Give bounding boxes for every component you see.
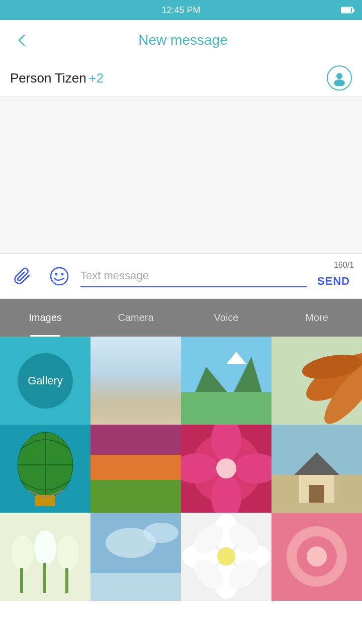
image-sunset[interactable] — [90, 425, 181, 513]
text-input-wrap — [80, 265, 307, 287]
svg-point-2 — [51, 268, 68, 285]
gallery-label: Gallery — [18, 353, 73, 409]
image-pink-flower[interactable] — [181, 425, 272, 513]
recipient-count: +2 — [88, 70, 104, 86]
svg-rect-43 — [20, 568, 23, 593]
gallery-button[interactable]: Gallery — [0, 337, 90, 425]
compose-area[interactable] — [0, 97, 362, 253]
svg-point-0 — [336, 73, 342, 79]
tab-voice[interactable]: Voice — [181, 299, 272, 337]
image-mountain[interactable] — [181, 337, 272, 425]
tab-bar: Images Camera Voice More — [0, 299, 362, 337]
emoji-button[interactable] — [44, 261, 74, 291]
image-balloon[interactable] — [0, 425, 90, 513]
image-blue-sky[interactable] — [90, 513, 181, 601]
svg-rect-44 — [43, 563, 46, 593]
to-section: Person Tizen +2 — [0, 60, 362, 97]
tab-images[interactable]: Images — [0, 299, 90, 337]
image-flower-orange[interactable] — [272, 337, 362, 425]
page-title: New message — [34, 32, 332, 48]
char-count: 160/1 — [334, 261, 354, 270]
svg-point-42 — [57, 535, 79, 571]
send-button[interactable]: SEND — [313, 271, 354, 292]
message-input[interactable] — [80, 265, 307, 287]
svg-rect-18 — [35, 495, 55, 506]
svg-rect-38 — [309, 485, 324, 503]
battery-icon — [341, 7, 353, 14]
image-tulips[interactable] — [0, 513, 90, 601]
svg-rect-26 — [90, 480, 181, 513]
svg-point-41 — [34, 530, 56, 566]
image-white-flower[interactable] — [181, 513, 272, 601]
tab-images-label: Images — [29, 312, 62, 324]
to-field: Person Tizen +2 — [10, 70, 327, 86]
image-beach[interactable] — [90, 337, 181, 425]
svg-point-33 — [216, 458, 236, 478]
status-time: 12:45 PM — [161, 5, 200, 16]
input-bar: 160/1 SEND — [0, 254, 362, 299]
attach-button[interactable] — [8, 261, 38, 291]
svg-rect-47 — [90, 573, 181, 601]
tab-camera-label: Camera — [118, 312, 153, 324]
status-bar: 12:45 PM — [0, 0, 362, 20]
svg-point-1 — [334, 79, 345, 86]
battery-fill — [342, 8, 351, 13]
tab-more-label: More — [305, 312, 328, 324]
svg-rect-8 — [181, 392, 272, 425]
svg-point-63 — [307, 546, 327, 567]
svg-point-4 — [61, 273, 64, 275]
svg-point-40 — [12, 535, 34, 571]
image-pink-round[interactable] — [272, 513, 362, 601]
svg-rect-24 — [90, 425, 181, 455]
back-button[interactable] — [10, 28, 34, 52]
svg-rect-25 — [90, 455, 181, 480]
svg-point-59 — [217, 547, 235, 566]
contact-picker-button[interactable] — [327, 65, 352, 91]
app-header: New message — [0, 20, 362, 60]
tab-voice-label: Voice — [214, 312, 239, 324]
recipient-name: Person Tizen — [10, 70, 86, 86]
svg-point-3 — [55, 273, 58, 275]
tab-camera[interactable]: Camera — [90, 299, 181, 337]
image-cottage[interactable] — [272, 425, 362, 513]
image-grid: Gallery — [0, 337, 362, 601]
tab-more[interactable]: More — [272, 299, 362, 337]
svg-rect-45 — [65, 568, 68, 593]
svg-point-49 — [143, 523, 178, 543]
